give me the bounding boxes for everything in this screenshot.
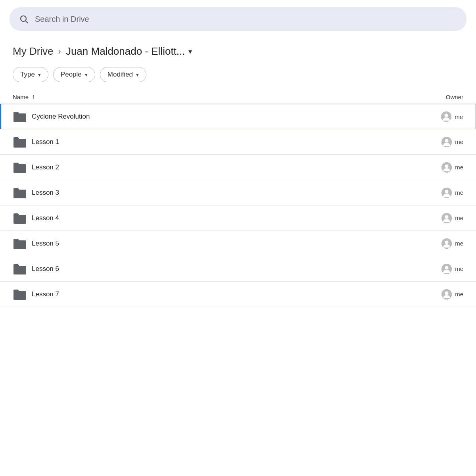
filter-modified-label: Modified: [107, 71, 133, 79]
owner-avatar: [441, 162, 452, 173]
owner-cell: me: [408, 188, 463, 198]
owner-cell: me: [408, 289, 463, 299]
column-name-label: Name: [13, 94, 29, 100]
table-row[interactable]: Lesson 1 me: [0, 129, 476, 155]
folder-icon: [13, 288, 32, 300]
svg-point-5: [445, 139, 449, 142]
owner-cell: me: [408, 238, 463, 249]
breadcrumb-folder-label: Juan Maldonado - Elliott...: [66, 45, 185, 58]
svg-line-1: [26, 21, 28, 23]
table-row[interactable]: Cyclone Revolution me: [0, 104, 476, 129]
owner-cell: me: [408, 137, 463, 147]
owner-label: me: [455, 240, 463, 247]
table-row[interactable]: Lesson 3 me: [0, 180, 476, 205]
breadcrumb-separator: ›: [58, 46, 61, 57]
breadcrumb-dropdown-icon[interactable]: ▾: [188, 47, 192, 56]
svg-point-9: [445, 190, 449, 193]
owner-avatar: [441, 213, 452, 223]
column-name-header[interactable]: Name ↑: [13, 93, 408, 100]
folder-icon: [13, 263, 32, 275]
folder-icon: [13, 212, 32, 224]
file-name: Lesson 4: [32, 214, 408, 222]
table-row[interactable]: Lesson 7 me: [0, 282, 476, 307]
owner-label: me: [455, 113, 463, 120]
file-list: Cyclone Revolution me Lesson 1: [0, 104, 476, 307]
filter-type-chevron-icon: ▾: [38, 72, 41, 78]
svg-point-17: [445, 291, 449, 295]
folder-icon: [13, 187, 32, 199]
search-icon: [19, 14, 29, 24]
owner-label: me: [455, 291, 463, 298]
owner-avatar: [441, 238, 452, 249]
owner-cell: me: [408, 162, 463, 173]
file-name: Lesson 7: [32, 290, 408, 298]
folder-icon: [13, 136, 32, 148]
owner-avatar: [441, 137, 452, 147]
svg-point-11: [445, 215, 449, 219]
filter-people-label: People: [61, 71, 82, 79]
column-owner-header: Owner: [408, 94, 463, 100]
sort-arrow-icon: ↑: [32, 93, 35, 100]
svg-point-3: [445, 114, 448, 117]
filter-row: Type ▾ People ▾ Modified ▾: [0, 62, 476, 90]
owner-cell: me: [408, 213, 463, 223]
search-bar[interactable]: Search in Drive: [10, 7, 466, 31]
table-row[interactable]: Lesson 2 me: [0, 155, 476, 180]
filter-modified-button[interactable]: Modified ▾: [100, 67, 146, 82]
file-name: Lesson 5: [32, 240, 408, 248]
file-name: Cyclone Revolution: [32, 113, 407, 121]
file-name: Lesson 2: [32, 163, 408, 171]
owner-avatar: [441, 188, 452, 198]
file-name: Lesson 3: [32, 189, 408, 197]
filter-type-label: Type: [20, 71, 35, 79]
owner-avatar: [441, 289, 452, 299]
owner-cell: me: [407, 111, 463, 122]
folder-icon: [13, 111, 32, 123]
table-row[interactable]: Lesson 6 me: [0, 256, 476, 282]
owner-label: me: [455, 164, 463, 171]
filter-people-button[interactable]: People ▾: [53, 67, 95, 82]
table-row[interactable]: Lesson 5 me: [0, 231, 476, 256]
owner-cell: me: [408, 264, 463, 274]
filter-type-button[interactable]: Type ▾: [13, 67, 48, 82]
folder-icon: [13, 238, 32, 250]
filter-people-chevron-icon: ▾: [85, 72, 88, 78]
svg-point-13: [445, 240, 449, 244]
owner-label: me: [455, 138, 463, 145]
owner-label: me: [455, 265, 463, 272]
owner-avatar: [441, 264, 452, 274]
breadcrumb-my-drive[interactable]: My Drive: [13, 45, 54, 58]
table-row[interactable]: Lesson 4 me: [0, 205, 476, 231]
owner-label: me: [455, 189, 463, 196]
file-name: Lesson 1: [32, 138, 408, 146]
file-name: Lesson 6: [32, 265, 408, 273]
breadcrumb-folder[interactable]: Juan Maldonado - Elliott... ▾: [66, 45, 192, 58]
svg-point-15: [445, 266, 449, 269]
table-header: Name ↑ Owner: [0, 90, 476, 104]
owner-avatar: [441, 111, 451, 122]
owner-label: me: [455, 215, 463, 221]
column-owner-label: Owner: [446, 94, 463, 100]
folder-icon: [13, 161, 32, 173]
breadcrumb: My Drive › Juan Maldonado - Elliott... ▾: [0, 38, 476, 62]
svg-point-7: [445, 164, 449, 168]
search-input[interactable]: Search in Drive: [35, 15, 457, 24]
filter-modified-chevron-icon: ▾: [136, 72, 139, 78]
